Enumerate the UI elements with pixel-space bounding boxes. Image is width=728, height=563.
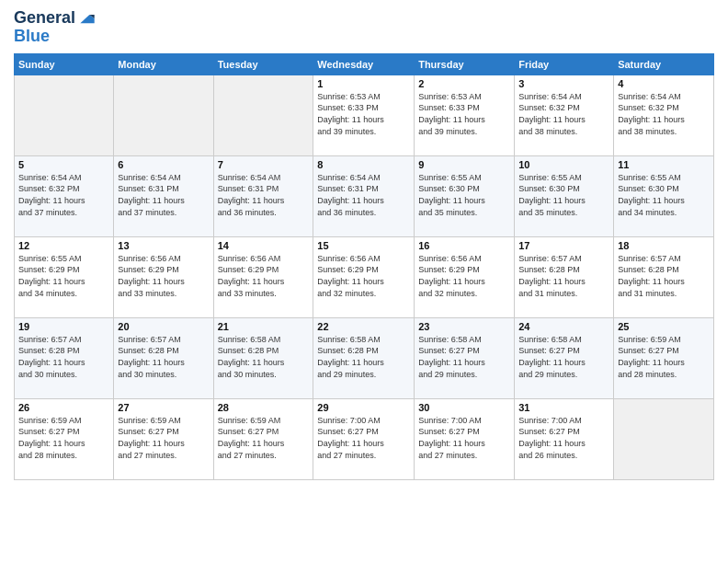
day-number: 22: [317, 321, 410, 332]
dow-header-saturday: Saturday: [614, 53, 714, 75]
day-number: 5: [18, 159, 109, 170]
day-info: Sunrise: 6:55 AM Sunset: 6:29 PM Dayligh…: [18, 253, 109, 299]
calendar-cell: 26Sunrise: 6:59 AM Sunset: 6:27 PM Dayli…: [15, 398, 114, 479]
day-info: Sunrise: 6:58 AM Sunset: 6:27 PM Dayligh…: [518, 334, 609, 380]
calendar-cell: 19Sunrise: 6:57 AM Sunset: 6:28 PM Dayli…: [15, 317, 114, 398]
day-info: Sunrise: 6:58 AM Sunset: 6:27 PM Dayligh…: [418, 334, 510, 380]
calendar-cell: 23Sunrise: 6:58 AM Sunset: 6:27 PM Dayli…: [415, 317, 515, 398]
day-number: 30: [418, 402, 510, 413]
day-info: Sunrise: 6:55 AM Sunset: 6:30 PM Dayligh…: [518, 172, 609, 218]
calendar-cell: 24Sunrise: 6:58 AM Sunset: 6:27 PM Dayli…: [515, 317, 614, 398]
calendar-cell: 27Sunrise: 6:59 AM Sunset: 6:27 PM Dayli…: [114, 398, 213, 479]
calendar-cell: 14Sunrise: 6:56 AM Sunset: 6:29 PM Dayli…: [213, 236, 313, 317]
day-number: 31: [518, 402, 609, 413]
day-number: 24: [518, 321, 609, 332]
day-number: 4: [618, 78, 710, 89]
day-number: 12: [18, 240, 109, 251]
day-info: Sunrise: 6:53 AM Sunset: 6:33 PM Dayligh…: [317, 91, 410, 137]
calendar-cell: 15Sunrise: 6:56 AM Sunset: 6:29 PM Dayli…: [313, 236, 415, 317]
day-info: Sunrise: 6:54 AM Sunset: 6:31 PM Dayligh…: [317, 172, 410, 218]
day-info: Sunrise: 6:57 AM Sunset: 6:28 PM Dayligh…: [118, 334, 209, 380]
day-number: 28: [218, 402, 310, 413]
calendar-cell: 29Sunrise: 7:00 AM Sunset: 6:27 PM Dayli…: [313, 398, 415, 479]
day-number: 15: [317, 240, 410, 251]
day-info: Sunrise: 6:55 AM Sunset: 6:30 PM Dayligh…: [618, 172, 710, 218]
day-info: Sunrise: 6:54 AM Sunset: 6:31 PM Dayligh…: [118, 172, 209, 218]
dow-header-wednesday: Wednesday: [313, 53, 415, 75]
logo: General Blue: [14, 9, 96, 46]
calendar-cell: 10Sunrise: 6:55 AM Sunset: 6:30 PM Dayli…: [515, 155, 614, 236]
day-number: 3: [518, 78, 609, 89]
calendar-cell: 31Sunrise: 7:00 AM Sunset: 6:27 PM Dayli…: [515, 398, 614, 479]
day-number: 29: [317, 402, 410, 413]
day-number: 11: [618, 159, 710, 170]
calendar-cell: 28Sunrise: 6:59 AM Sunset: 6:27 PM Dayli…: [213, 398, 313, 479]
day-number: 2: [418, 78, 510, 89]
calendar-cell: 21Sunrise: 6:58 AM Sunset: 6:28 PM Dayli…: [213, 317, 313, 398]
day-info: Sunrise: 6:57 AM Sunset: 6:28 PM Dayligh…: [618, 253, 710, 299]
day-info: Sunrise: 6:54 AM Sunset: 6:32 PM Dayligh…: [18, 172, 109, 218]
day-info: Sunrise: 6:59 AM Sunset: 6:27 PM Dayligh…: [18, 415, 109, 461]
day-info: Sunrise: 6:59 AM Sunset: 6:27 PM Dayligh…: [218, 415, 310, 461]
day-number: 16: [418, 240, 510, 251]
day-number: 25: [618, 321, 710, 332]
day-info: Sunrise: 6:59 AM Sunset: 6:27 PM Dayligh…: [118, 415, 209, 461]
day-info: Sunrise: 6:58 AM Sunset: 6:28 PM Dayligh…: [317, 334, 410, 380]
calendar-cell: [213, 75, 313, 155]
day-number: 1: [317, 78, 410, 89]
day-info: Sunrise: 6:53 AM Sunset: 6:33 PM Dayligh…: [418, 91, 510, 137]
logo-blue: Blue: [14, 28, 96, 46]
page-header: General Blue: [14, 9, 714, 46]
day-number: 8: [317, 159, 410, 170]
calendar-cell: 22Sunrise: 6:58 AM Sunset: 6:28 PM Dayli…: [313, 317, 415, 398]
dow-header-thursday: Thursday: [415, 53, 515, 75]
day-info: Sunrise: 6:59 AM Sunset: 6:27 PM Dayligh…: [618, 334, 710, 380]
logo-icon: [77, 9, 96, 28]
calendar-cell: 5Sunrise: 6:54 AM Sunset: 6:32 PM Daylig…: [15, 155, 114, 236]
calendar-cell: 6Sunrise: 6:54 AM Sunset: 6:31 PM Daylig…: [114, 155, 213, 236]
calendar-cell: 9Sunrise: 6:55 AM Sunset: 6:30 PM Daylig…: [415, 155, 515, 236]
day-info: Sunrise: 6:54 AM Sunset: 6:32 PM Dayligh…: [618, 91, 710, 137]
day-info: Sunrise: 6:56 AM Sunset: 6:29 PM Dayligh…: [218, 253, 310, 299]
day-info: Sunrise: 6:58 AM Sunset: 6:28 PM Dayligh…: [218, 334, 310, 380]
day-number: 6: [118, 159, 209, 170]
calendar-cell: 2Sunrise: 6:53 AM Sunset: 6:33 PM Daylig…: [415, 75, 515, 155]
day-info: Sunrise: 7:00 AM Sunset: 6:27 PM Dayligh…: [418, 415, 510, 461]
day-number: 26: [18, 402, 109, 413]
day-info: Sunrise: 6:56 AM Sunset: 6:29 PM Dayligh…: [418, 253, 510, 299]
calendar-cell: [15, 75, 114, 155]
day-number: 21: [218, 321, 310, 332]
calendar-cell: 1Sunrise: 6:53 AM Sunset: 6:33 PM Daylig…: [313, 75, 415, 155]
day-number: 20: [118, 321, 209, 332]
dow-header-tuesday: Tuesday: [213, 53, 313, 75]
dow-header-monday: Monday: [114, 53, 213, 75]
calendar-table: SundayMondayTuesdayWednesdayThursdayFrid…: [14, 53, 714, 480]
logo-text: General: [14, 9, 75, 28]
dow-header-friday: Friday: [515, 53, 614, 75]
day-info: Sunrise: 6:55 AM Sunset: 6:30 PM Dayligh…: [418, 172, 510, 218]
calendar-cell: 18Sunrise: 6:57 AM Sunset: 6:28 PM Dayli…: [614, 236, 714, 317]
day-info: Sunrise: 6:57 AM Sunset: 6:28 PM Dayligh…: [18, 334, 109, 380]
day-number: 23: [418, 321, 510, 332]
calendar-cell: [114, 75, 213, 155]
day-number: 17: [518, 240, 609, 251]
dow-header-sunday: Sunday: [15, 53, 114, 75]
calendar-cell: 25Sunrise: 6:59 AM Sunset: 6:27 PM Dayli…: [614, 317, 714, 398]
day-info: Sunrise: 6:56 AM Sunset: 6:29 PM Dayligh…: [317, 253, 410, 299]
day-info: Sunrise: 6:56 AM Sunset: 6:29 PM Dayligh…: [118, 253, 209, 299]
calendar-cell: 17Sunrise: 6:57 AM Sunset: 6:28 PM Dayli…: [515, 236, 614, 317]
calendar-cell: 11Sunrise: 6:55 AM Sunset: 6:30 PM Dayli…: [614, 155, 714, 236]
calendar-cell: [614, 398, 714, 479]
day-info: Sunrise: 6:54 AM Sunset: 6:32 PM Dayligh…: [518, 91, 609, 137]
calendar-cell: 30Sunrise: 7:00 AM Sunset: 6:27 PM Dayli…: [415, 398, 515, 479]
day-number: 7: [218, 159, 310, 170]
calendar-cell: 20Sunrise: 6:57 AM Sunset: 6:28 PM Dayli…: [114, 317, 213, 398]
day-info: Sunrise: 6:54 AM Sunset: 6:31 PM Dayligh…: [218, 172, 310, 218]
day-number: 27: [118, 402, 209, 413]
calendar-cell: 4Sunrise: 6:54 AM Sunset: 6:32 PM Daylig…: [614, 75, 714, 155]
calendar-cell: 13Sunrise: 6:56 AM Sunset: 6:29 PM Dayli…: [114, 236, 213, 317]
day-number: 9: [418, 159, 510, 170]
day-info: Sunrise: 7:00 AM Sunset: 6:27 PM Dayligh…: [518, 415, 609, 461]
day-info: Sunrise: 6:57 AM Sunset: 6:28 PM Dayligh…: [518, 253, 609, 299]
day-number: 14: [218, 240, 310, 251]
